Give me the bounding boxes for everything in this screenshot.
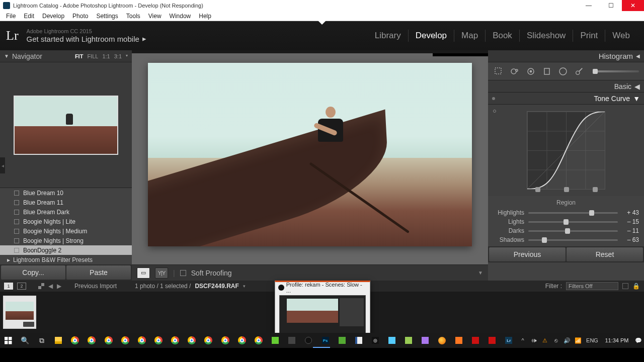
word-icon[interactable] xyxy=(350,333,367,348)
main-display-button[interactable]: 1 xyxy=(4,283,13,290)
firefox-icon[interactable] xyxy=(434,333,450,348)
curve-handle-shadows[interactable] xyxy=(535,187,540,192)
adjustment-brush-tool-icon[interactable] xyxy=(574,66,585,77)
slider-lights[interactable]: Lights – 15 xyxy=(493,217,639,226)
menu-window[interactable]: Window xyxy=(166,11,195,21)
module-web[interactable]: Web xyxy=(605,31,637,41)
module-book[interactable]: Book xyxy=(486,31,519,41)
navigator-header[interactable]: ▼ Navigator FIT FILL 1:1 3:1 ▾ xyxy=(0,50,132,62)
module-print[interactable]: Print xyxy=(573,31,605,41)
clock[interactable]: 11:34 PM xyxy=(601,337,633,343)
zoom-menu-icon[interactable]: ▾ xyxy=(126,53,128,59)
tone-curve-panel-header[interactable]: Tone Curve ▼ xyxy=(488,93,644,105)
tray-icon[interactable]: ⚠ xyxy=(539,333,550,348)
slider-highlights[interactable]: Highlights + 43 xyxy=(493,208,639,217)
zoom-fit[interactable]: FIT xyxy=(75,53,84,59)
app-icon[interactable] xyxy=(400,333,417,348)
chrome-icon[interactable] xyxy=(184,333,200,348)
reset-button[interactable]: Reset xyxy=(567,247,643,261)
app-icon[interactable] xyxy=(267,333,284,348)
chrome-icon[interactable] xyxy=(233,333,250,348)
app-icon[interactable] xyxy=(417,333,434,348)
filter-dropdown[interactable]: Filters Off xyxy=(566,282,618,290)
menu-view[interactable]: View xyxy=(144,11,166,21)
app-icon[interactable] xyxy=(384,333,400,348)
menu-help[interactable]: Help xyxy=(195,11,215,21)
grid-view-icon[interactable] xyxy=(38,283,44,289)
basic-panel-header[interactable]: Basic ◀ xyxy=(488,80,644,93)
app-icon[interactable]: ◎ xyxy=(367,333,383,348)
module-slideshow[interactable]: Slideshow xyxy=(520,31,573,41)
navigator-preview[interactable] xyxy=(0,62,132,188)
chrome-icon[interactable] xyxy=(117,333,133,348)
preset-folder[interactable]: ▸Lightroom B&W Filter Presets xyxy=(0,255,132,264)
chrome-icon[interactable] xyxy=(150,333,167,348)
search-icon[interactable]: 🔍 xyxy=(17,333,33,348)
image-viewport[interactable] xyxy=(132,53,488,264)
tray-icon[interactable]: 🔊 xyxy=(561,333,573,348)
before-after-button[interactable]: Y|Y xyxy=(155,267,168,279)
app-icon[interactable] xyxy=(284,333,300,348)
tray-icon[interactable]: ⎋ xyxy=(550,333,561,348)
top-panel-toggle-icon[interactable] xyxy=(318,21,326,25)
chrome-icon[interactable] xyxy=(84,333,100,348)
source-label[interactable]: Previous Import xyxy=(74,283,117,290)
spot-removal-tool-icon[interactable] xyxy=(509,66,520,77)
left-panel-toggle[interactable]: ◂ xyxy=(0,157,5,173)
nav-back-icon[interactable]: ◀ xyxy=(48,283,53,290)
tone-curve-editor[interactable] xyxy=(488,105,644,196)
evernote-icon[interactable] xyxy=(334,333,350,348)
previous-button[interactable]: Previous xyxy=(489,247,566,261)
obs-taskbar-icon[interactable] xyxy=(300,333,317,348)
second-display-button[interactable]: 2 xyxy=(17,283,26,290)
menu-develop[interactable]: Develop xyxy=(38,11,68,21)
tray-overflow-icon[interactable]: ^ xyxy=(517,333,528,348)
photoshop-icon[interactable]: Ps xyxy=(317,333,334,348)
panel-switch-icon[interactable] xyxy=(492,97,495,100)
task-view-icon[interactable]: ⧉ xyxy=(33,333,50,348)
start-button[interactable] xyxy=(0,333,17,348)
filename-menu-icon[interactable]: ▾ xyxy=(243,284,246,289)
action-center-icon[interactable]: 💬 xyxy=(633,333,644,348)
graduated-filter-tool-icon[interactable] xyxy=(541,66,552,77)
close-button[interactable]: ✕ xyxy=(622,0,644,11)
app-icon[interactable] xyxy=(450,333,467,348)
redeye-tool-icon[interactable] xyxy=(525,66,536,77)
language-indicator[interactable]: ENG xyxy=(584,333,601,348)
chrome-icon[interactable] xyxy=(250,333,267,348)
chrome-icon[interactable] xyxy=(200,333,217,348)
menu-photo[interactable]: Photo xyxy=(68,11,92,21)
zoom-1-1[interactable]: 1:1 xyxy=(102,53,110,59)
curve-handle-highlights[interactable] xyxy=(593,187,598,192)
curve-handle-mid[interactable] xyxy=(564,187,569,192)
paste-button[interactable]: Paste xyxy=(66,265,131,280)
zoom-3-1[interactable]: 3:1 xyxy=(114,53,122,59)
nav-forward-icon[interactable]: ▶ xyxy=(57,283,61,290)
menu-file[interactable]: File xyxy=(2,11,20,21)
target-adjustment-icon[interactable] xyxy=(493,110,496,113)
chrome-icon[interactable] xyxy=(67,333,84,348)
tray-icon[interactable]: 🕪 xyxy=(528,333,539,348)
menu-tools[interactable]: Tools xyxy=(122,11,144,21)
toolbar-menu-icon[interactable]: ▼ xyxy=(478,270,483,276)
app-icon[interactable] xyxy=(484,333,501,348)
app-icon[interactable] xyxy=(467,333,484,348)
crop-tool-icon[interactable] xyxy=(493,66,504,77)
lightroom-taskbar-icon[interactable]: Lr xyxy=(501,333,517,348)
filter-toggle-icon[interactable] xyxy=(622,283,628,289)
slider-shadows[interactable]: Shadows – 63 xyxy=(493,235,639,244)
chrome-icon[interactable] xyxy=(167,333,184,348)
filter-lock-icon[interactable]: 🔒 xyxy=(632,283,640,290)
file-explorer-icon[interactable] xyxy=(50,333,66,348)
menu-edit[interactable]: Edit xyxy=(20,11,38,21)
identity-line2[interactable]: Get started with Lightroom mobile xyxy=(27,35,139,43)
module-library[interactable]: Library xyxy=(368,31,408,41)
zoom-fill[interactable]: FILL xyxy=(87,53,98,59)
loupe-view-button[interactable]: ▭ xyxy=(137,267,150,279)
minimize-button[interactable]: — xyxy=(578,0,600,11)
brush-size-slider[interactable] xyxy=(593,70,639,72)
tone-curve-graph[interactable] xyxy=(527,111,605,190)
radial-filter-tool-icon[interactable] xyxy=(557,66,569,77)
histogram-header[interactable]: Histogram ◀ xyxy=(488,50,644,62)
filmstrip-thumbnail[interactable] xyxy=(3,296,36,329)
